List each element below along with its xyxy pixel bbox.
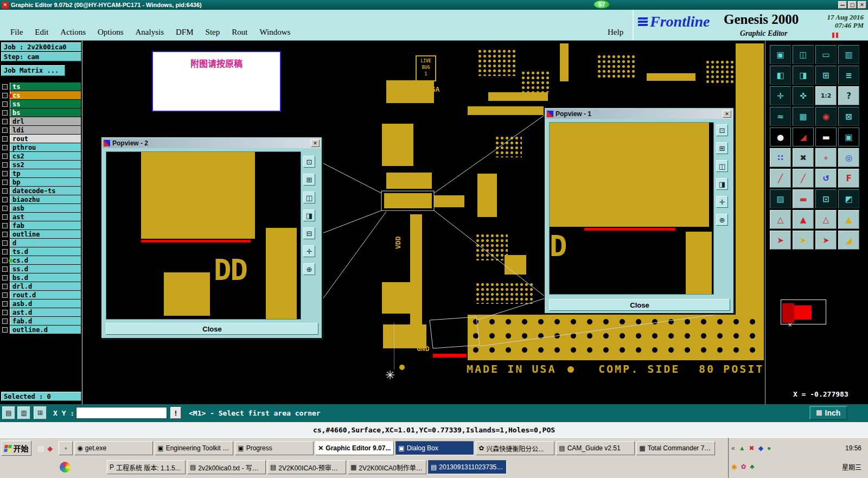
popview2-side-button-6[interactable]: ✛ — [303, 245, 315, 257]
layer-checkbox[interactable] — [2, 162, 8, 168]
layer-row-ts[interactable]: ts — [1, 82, 81, 91]
layer-checkbox[interactable] — [2, 284, 8, 289]
tool-button-26[interactable]: ╱ — [793, 169, 814, 188]
layer-row-cs[interactable]: cs — [1, 91, 81, 100]
tray-icon[interactable]: ✖ — [749, 444, 755, 452]
tool-button-9[interactable]: ✛ — [770, 86, 791, 105]
select-mode-button[interactable]: ▤ — [2, 406, 15, 419]
layer-row-fab.d[interactable]: fab.d — [1, 317, 81, 326]
maximize-button[interactable]: □ — [848, 1, 857, 9]
layer-checkbox[interactable] — [2, 101, 8, 107]
layer-row-pthrou[interactable]: pthrou — [1, 143, 81, 152]
popview2-side-button-4[interactable]: ◨ — [303, 209, 315, 221]
taskbar-item[interactable]: ▦2V2K00ICA0制作单.xls ... — [348, 460, 426, 474]
tool-button-30[interactable]: ▬ — [793, 189, 814, 208]
menu-item-edit[interactable]: Edit — [29, 26, 54, 39]
quick-launch-ball-icon[interactable] — [60, 462, 71, 473]
layer-checkbox[interactable] — [2, 128, 8, 133]
tool-button-39[interactable]: ➤ — [815, 231, 837, 250]
menu-item-dfm[interactable]: DFM — [170, 26, 200, 39]
tool-button-27[interactable]: ↺ — [815, 169, 837, 188]
layer-row-ast[interactable]: ast — [1, 213, 81, 221]
popview-1-close-icon[interactable]: ✕ — [723, 110, 731, 118]
command-history-button[interactable]: ! — [170, 407, 181, 419]
close-button[interactable]: ✕ — [858, 1, 866, 9]
tool-button-20[interactable]: ▣ — [838, 128, 859, 146]
tool-button-31[interactable]: ⊡ — [815, 189, 837, 208]
minimize-button[interactable]: — — [838, 1, 847, 9]
popview-2-close-button[interactable]: Close — [106, 323, 318, 335]
menu-item-step[interactable]: Step — [200, 26, 226, 39]
tool-button-7[interactable]: ⊞ — [815, 66, 837, 85]
xy-input[interactable] — [76, 407, 167, 419]
layer-row-drl[interactable]: drl — [1, 117, 81, 126]
popview2-side-button-2[interactable]: ⊞ — [303, 174, 315, 186]
taskbar-item[interactable]: ▣Dialog Box — [395, 441, 474, 455]
popview-1-window[interactable]: Popview - 1 ✕ D ⊡⊞◫◨✛⊕ Close — [544, 107, 734, 314]
title-bar[interactable]: ✕ Graphic Editor 9.07b2 (00@HY-HYCAM-PC1… — [0, 0, 868, 10]
tray-icon[interactable]: ▲ — [739, 444, 745, 452]
taskbar-item[interactable]: ▤20130913110237359.rtf... — [428, 460, 507, 474]
layer-row-cs2[interactable]: cs2 — [1, 152, 81, 161]
tool-button-35[interactable]: △ — [815, 210, 837, 229]
tool-button-3[interactable]: ▭ — [815, 45, 837, 64]
popview1-side-button-1[interactable]: ⊡ — [716, 124, 728, 136]
layer-row-rout.d[interactable]: rout.d — [1, 291, 81, 299]
tool-button-36[interactable]: ▲ — [838, 210, 859, 229]
grid-toggle-button[interactable]: ⊞ — [34, 406, 47, 419]
taskbar-item[interactable]: ✕Graphic Editor 9.07... — [315, 441, 394, 455]
taskbar-item[interactable]: ◉get.exe — [74, 441, 153, 455]
layer-checkbox[interactable] — [2, 249, 8, 254]
layer-checkbox[interactable] — [2, 197, 8, 202]
tool-button-2[interactable]: ◫ — [793, 45, 814, 64]
tool-button-16[interactable]: ⊠ — [838, 107, 859, 126]
menu-item-actions[interactable]: Actions — [54, 26, 92, 39]
tool-button-33[interactable]: △ — [770, 210, 791, 229]
tool-button-12[interactable]: ? — [838, 86, 859, 105]
layer-row-biaozhu[interactable]: biaozhu — [1, 195, 81, 204]
quick-launch-icon[interactable]: ◆ — [47, 444, 53, 452]
layer-row-outline.d[interactable]: outline.d — [1, 326, 81, 334]
taskbar-item[interactable]: P工程系统 版本: 1.1.5... — [107, 460, 186, 474]
units-button[interactable]: Inch — [809, 406, 847, 420]
tool-button-14[interactable]: ▦ — [793, 107, 814, 126]
taskbar-item[interactable]: ▦Total Commander 7.0 ... — [636, 441, 715, 455]
layer-checkbox[interactable] — [2, 214, 8, 220]
tool-button-38[interactable]: ➤ — [793, 231, 814, 250]
layer-checkbox[interactable] — [2, 206, 8, 211]
layer-row-bp[interactable]: bp — [1, 178, 81, 187]
layer-row-bs.d[interactable]: bs.d — [1, 273, 81, 282]
layer-checkbox[interactable] — [2, 301, 8, 307]
tool-button-29[interactable]: ▨ — [770, 189, 791, 208]
layer-row-cs.d[interactable]: cs.d — [1, 256, 81, 265]
layer-row-bs[interactable]: bs — [1, 109, 81, 117]
tool-button-17[interactable]: ● — [770, 128, 791, 146]
menu-item-rout[interactable]: Rout — [226, 26, 253, 39]
tool-button-13[interactable]: ≈ — [770, 107, 791, 126]
popview1-side-button-2[interactable]: ⊞ — [716, 142, 728, 154]
menu-item-file[interactable]: File — [4, 26, 29, 39]
taskbar-item[interactable]: ✿兴森快捷衡阳分公... — [476, 441, 554, 455]
taskbar-item[interactable]: ▤CAM_Guide v2.51 — [556, 441, 635, 455]
layer-checkbox[interactable] — [2, 180, 8, 185]
layer-checkbox[interactable] — [2, 223, 8, 228]
tray-icon[interactable]: « — [731, 444, 735, 452]
layer-checkbox[interactable] — [2, 292, 8, 298]
layer-row-asb[interactable]: asb — [1, 204, 81, 213]
tool-button-5[interactable]: ◧ — [770, 66, 791, 85]
popview-2-canvas[interactable]: DD — [106, 151, 301, 320]
popview1-side-button-4[interactable]: ◨ — [716, 178, 728, 190]
layer-checkbox[interactable] — [2, 327, 8, 333]
layer-row-outline[interactable]: outline — [1, 230, 81, 239]
layer-row-datecode-ts[interactable]: datecode-ts — [1, 187, 81, 195]
layer-checkbox[interactable] — [2, 318, 8, 324]
menu-item-analysis[interactable]: Analysis — [130, 26, 170, 39]
menu-help[interactable]: Help — [603, 26, 628, 39]
tray-icon[interactable]: ◆ — [758, 444, 763, 452]
layer-row-ss[interactable]: ss — [1, 100, 81, 109]
tool-button-18[interactable]: ◢ — [793, 128, 814, 146]
job-matrix-button[interactable]: Job Matrix ... — [1, 65, 65, 76]
tool-button-4[interactable]: ▥ — [838, 45, 859, 64]
tool-button-6[interactable]: ◨ — [793, 66, 814, 85]
popview-2-close-icon[interactable]: ✕ — [311, 139, 320, 147]
